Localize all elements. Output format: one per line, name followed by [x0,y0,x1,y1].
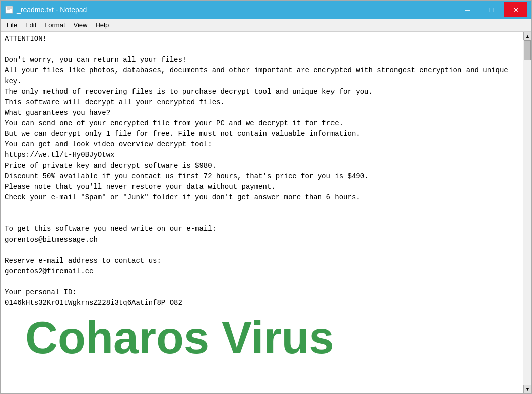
window-title: _readme.txt - Notepad [17,6,87,14]
minimize-button[interactable] [456,2,479,17]
maximize-icon [490,5,494,14]
title-bar-left: _readme.txt - Notepad [5,5,87,14]
notepad-icon [5,5,14,14]
scrollbar[interactable]: ▲ ▼ [523,32,531,393]
menu-help[interactable]: Help [91,20,113,31]
menu-format[interactable]: Format [40,20,69,31]
scrollbar-track[interactable] [523,40,531,385]
menu-file[interactable]: File [3,20,21,31]
scroll-down-button[interactable]: ▼ [523,385,531,393]
scrollbar-thumb[interactable] [524,40,531,60]
content-area: ATTENTION! Don't worry, you can return a… [1,32,531,393]
title-bar-controls [456,2,527,17]
scroll-up-button[interactable]: ▲ [523,32,531,40]
menu-bar: File Edit Format View Help [1,19,531,32]
text-editor[interactable]: ATTENTION! Don't worry, you can return a… [1,32,523,393]
minimize-icon [466,5,470,14]
close-button[interactable] [504,2,527,17]
close-icon [513,5,519,14]
menu-edit[interactable]: Edit [21,20,40,31]
notepad-window: _readme.txt - Notepad File Edit Format V… [0,0,532,394]
title-bar: _readme.txt - Notepad [1,1,531,19]
menu-view[interactable]: View [70,20,92,31]
maximize-button[interactable] [480,2,503,17]
